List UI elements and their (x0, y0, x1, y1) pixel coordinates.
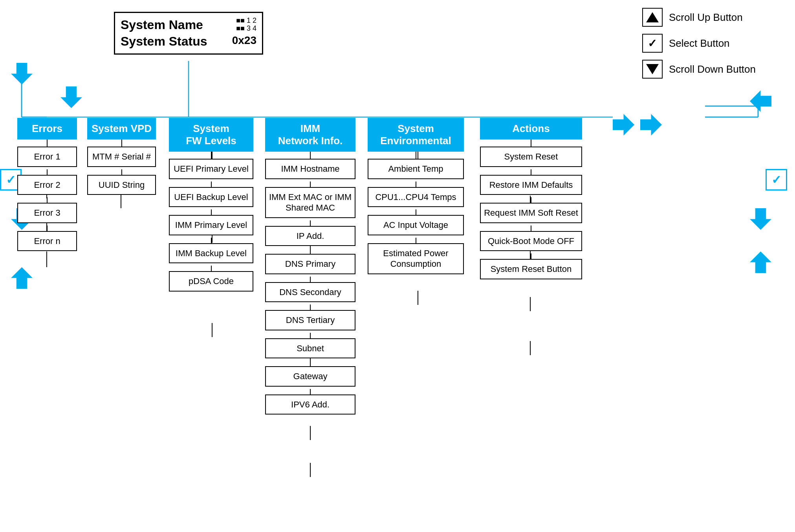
error-n-box: Error n (17, 231, 77, 251)
scroll-up-symbol-box (642, 8, 663, 27)
imm-backup-box: IMM Backup Level (169, 243, 253, 264)
env-header: SystemEnvironmental (368, 118, 464, 152)
uefi-primary-box: UEFI Primary Level (169, 159, 253, 179)
nav-select-right[interactable]: ✓ (766, 169, 787, 191)
system-reset-box[interactable]: System Reset (480, 147, 582, 167)
ipv6-box: IPV6 Add. (265, 394, 355, 415)
imm-column: IMMNetwork Info. IMM Hostname IMM Ext MA… (265, 118, 355, 417)
quick-boot-box[interactable]: Quick-Boot Mode OFF (480, 231, 582, 251)
imm-hostname-box: IMM Hostname (265, 159, 355, 179)
scroll-up-label: Scroll Up Button (669, 11, 743, 24)
nav-arrow-down-left-top[interactable] (11, 63, 33, 84)
legend-scroll-down: Scroll Down Button (642, 60, 756, 79)
vpd-column: System VPD MTM # Serial # UUID String (87, 118, 156, 197)
nav-arrow-right-top[interactable] (613, 114, 634, 136)
nav-arrow-up-right[interactable] (750, 251, 771, 273)
scroll-down-label: Scroll Down Button (669, 63, 756, 75)
uefi-backup-box: UEFI Backup Level (169, 187, 253, 207)
nav-arrow-down-left-mid[interactable] (60, 86, 82, 108)
nav-arrow-right-top2[interactable] (640, 114, 662, 136)
fw-column: SystemFW Levels UEFI Primary Level UEFI … (169, 118, 253, 294)
nav-arrow-down-right[interactable] (750, 208, 771, 230)
legend: Scroll Up Button ✓ Select Button Scroll … (642, 8, 756, 79)
system-reset-button-box[interactable]: System Reset Button (480, 259, 582, 279)
error-1-box: Error 1 (17, 147, 77, 167)
pdsa-box: pDSA Code (169, 271, 253, 292)
system-name-box: System Name System Status ■■ 1 2■■ 3 4 0… (114, 12, 263, 55)
connector-icon: ■■ 1 2■■ 3 4 (232, 17, 256, 33)
gateway-box: Gateway (265, 366, 355, 387)
ambient-temp-box: Ambient Temp (368, 159, 464, 179)
imm-mac-box: IMM Ext MAC or IMM Shared MAC (265, 187, 355, 218)
triangle-down-icon (646, 64, 659, 74)
select-label: Select Button (669, 37, 730, 50)
vpd-header: System VPD (87, 118, 156, 139)
triangle-up-icon (646, 12, 659, 22)
errors-header: Errors (17, 118, 77, 139)
hex-code: 0x23 (232, 34, 256, 47)
actions-header: Actions (480, 118, 582, 139)
actions-column: Actions System Reset Restore IMM Default… (480, 118, 582, 282)
ip-add-box: IP Add. (265, 226, 355, 246)
legend-scroll-up: Scroll Up Button (642, 8, 756, 27)
error-3-box: Error 3 (17, 203, 77, 223)
dns-tertiary-box: DNS Tertiary (265, 310, 355, 330)
request-imm-box[interactable]: Request IMM Soft Reset (480, 203, 582, 223)
error-2-box: Error 2 (17, 175, 77, 195)
imm-header: IMMNetwork Info. (265, 118, 355, 152)
mtm-box: MTM # Serial # (87, 147, 156, 167)
scroll-down-symbol-box (642, 60, 663, 79)
restore-imm-box[interactable]: Restore IMM Defaults (480, 175, 582, 195)
dns-primary-box: DNS Primary (265, 254, 355, 274)
fw-header: SystemFW Levels (169, 118, 253, 152)
nav-arrow-up-left[interactable] (11, 267, 33, 289)
checkmark-icon: ✓ (648, 37, 657, 50)
ac-voltage-box: AC Input Voltage (368, 215, 464, 235)
legend-select: ✓ Select Button (642, 34, 756, 53)
nav-arrow-left-right-top[interactable] (750, 90, 771, 112)
subnet-box: Subnet (265, 338, 355, 359)
side-content: ■■ 1 2■■ 3 4 0x23 (232, 17, 256, 47)
uuid-box: UUID String (87, 175, 156, 195)
power-consumption-box: Estimated Power Consumption (368, 243, 464, 274)
select-symbol-box: ✓ (642, 34, 663, 53)
cpu-temps-box: CPU1...CPU4 Temps (368, 187, 464, 207)
dns-secondary-box: DNS Secondary (265, 282, 355, 303)
imm-primary-box: IMM Primary Level (169, 215, 253, 235)
errors-column: Errors Error 1 Error 2 Error 3 Error n (17, 118, 77, 253)
env-column: SystemEnvironmental Ambient Temp CPU1...… (368, 118, 464, 277)
diagram-container: System Name System Status ■■ 1 2■■ 3 4 0… (0, 0, 795, 532)
